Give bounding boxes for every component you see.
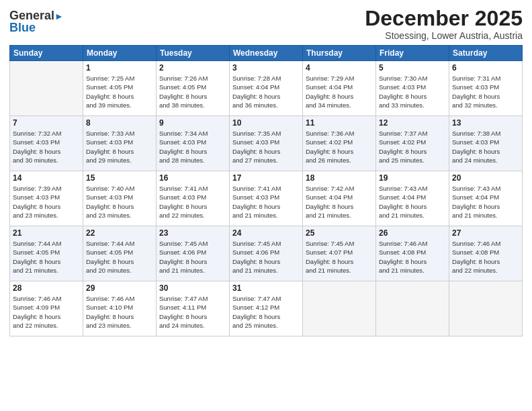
day-info: Sunrise: 7:44 AM Sunset: 4:05 PM Dayligh…	[86, 239, 153, 275]
day-info: Sunrise: 7:43 AM Sunset: 4:04 PM Dayligh…	[452, 184, 519, 220]
day-number: 16	[159, 173, 226, 183]
day-number: 19	[379, 173, 446, 183]
calendar-cell: 16Sunrise: 7:41 AM Sunset: 4:03 PM Dayli…	[157, 171, 230, 226]
calendar-week-row: 1Sunrise: 7:25 AM Sunset: 4:05 PM Daylig…	[10, 61, 523, 116]
calendar-cell: 18Sunrise: 7:42 AM Sunset: 4:04 PM Dayli…	[303, 171, 376, 226]
day-number: 29	[86, 283, 153, 293]
day-info: Sunrise: 7:38 AM Sunset: 4:03 PM Dayligh…	[452, 129, 519, 165]
calendar-cell: 17Sunrise: 7:41 AM Sunset: 4:03 PM Dayli…	[230, 171, 303, 226]
calendar-cell: 7Sunrise: 7:32 AM Sunset: 4:03 PM Daylig…	[10, 116, 83, 171]
calendar-cell: 10Sunrise: 7:35 AM Sunset: 4:03 PM Dayli…	[230, 116, 303, 171]
day-info: Sunrise: 7:39 AM Sunset: 4:03 PM Dayligh…	[13, 184, 80, 220]
day-info: Sunrise: 7:47 AM Sunset: 4:11 PM Dayligh…	[159, 294, 226, 330]
month-title: December 2025	[365, 7, 523, 30]
day-number: 11	[306, 118, 373, 128]
day-number: 3	[232, 63, 300, 73]
calendar-cell	[303, 281, 376, 336]
calendar-cell: 3Sunrise: 7:28 AM Sunset: 4:04 PM Daylig…	[230, 61, 303, 116]
day-info: Sunrise: 7:31 AM Sunset: 4:03 PM Dayligh…	[452, 74, 519, 109]
day-number: 15	[86, 173, 153, 183]
day-number: 6	[452, 63, 519, 73]
day-info: Sunrise: 7:42 AM Sunset: 4:04 PM Dayligh…	[306, 184, 373, 220]
calendar-cell: 15Sunrise: 7:40 AM Sunset: 4:03 PM Dayli…	[83, 171, 157, 226]
day-number: 8	[86, 118, 153, 128]
day-info: Sunrise: 7:47 AM Sunset: 4:12 PM Dayligh…	[232, 294, 300, 330]
day-info: Sunrise: 7:30 AM Sunset: 4:03 PM Dayligh…	[379, 74, 446, 109]
day-info: Sunrise: 7:43 AM Sunset: 4:04 PM Dayligh…	[379, 184, 446, 220]
calendar-cell: 31Sunrise: 7:47 AM Sunset: 4:12 PM Dayli…	[230, 281, 303, 336]
calendar-cell: 21Sunrise: 7:44 AM Sunset: 4:05 PM Dayli…	[10, 226, 83, 281]
day-info: Sunrise: 7:25 AM Sunset: 4:05 PM Dayligh…	[86, 74, 153, 109]
location-subtitle: Stoessing, Lower Austria, Austria	[365, 30, 523, 41]
calendar-cell: 4Sunrise: 7:29 AM Sunset: 4:04 PM Daylig…	[303, 61, 376, 116]
calendar-cell: 20Sunrise: 7:43 AM Sunset: 4:04 PM Dayli…	[449, 171, 523, 226]
day-number: 1	[86, 63, 153, 73]
calendar-cell: 12Sunrise: 7:37 AM Sunset: 4:02 PM Dayli…	[376, 116, 449, 171]
calendar-cell: 25Sunrise: 7:45 AM Sunset: 4:07 PM Dayli…	[303, 226, 376, 281]
weekday-header: Friday	[376, 46, 449, 61]
day-number: 4	[306, 63, 373, 73]
calendar-cell: 22Sunrise: 7:44 AM Sunset: 4:05 PM Dayli…	[83, 226, 157, 281]
day-info: Sunrise: 7:46 AM Sunset: 4:08 PM Dayligh…	[452, 239, 519, 275]
day-info: Sunrise: 7:35 AM Sunset: 4:03 PM Dayligh…	[232, 129, 300, 165]
calendar-cell: 26Sunrise: 7:46 AM Sunset: 4:08 PM Dayli…	[376, 226, 449, 281]
day-number: 31	[232, 283, 300, 293]
title-block: December 2025 Stoessing, Lower Austria, …	[365, 7, 523, 41]
calendar-cell: 29Sunrise: 7:46 AM Sunset: 4:10 PM Dayli…	[83, 281, 157, 336]
day-number: 23	[159, 228, 226, 238]
calendar-cell: 30Sunrise: 7:47 AM Sunset: 4:11 PM Dayli…	[157, 281, 230, 336]
header: General► Blue December 2025 Stoessing, L…	[9, 7, 523, 41]
day-info: Sunrise: 7:28 AM Sunset: 4:04 PM Dayligh…	[232, 74, 300, 109]
calendar-cell: 5Sunrise: 7:30 AM Sunset: 4:03 PM Daylig…	[376, 61, 449, 116]
calendar-week-row: 14Sunrise: 7:39 AM Sunset: 4:03 PM Dayli…	[10, 171, 523, 226]
day-info: Sunrise: 7:46 AM Sunset: 4:08 PM Dayligh…	[379, 239, 446, 275]
calendar-cell: 24Sunrise: 7:45 AM Sunset: 4:06 PM Dayli…	[230, 226, 303, 281]
weekday-header: Sunday	[10, 46, 83, 61]
calendar-cell	[449, 281, 523, 336]
calendar-week-row: 28Sunrise: 7:46 AM Sunset: 4:09 PM Dayli…	[10, 281, 523, 336]
day-number: 27	[452, 228, 519, 238]
day-number: 10	[232, 118, 300, 128]
day-number: 14	[13, 173, 80, 183]
day-number: 24	[232, 228, 300, 238]
day-info: Sunrise: 7:37 AM Sunset: 4:02 PM Dayligh…	[379, 129, 446, 165]
day-number: 9	[159, 118, 226, 128]
calendar-cell: 19Sunrise: 7:43 AM Sunset: 4:04 PM Dayli…	[376, 171, 449, 226]
calendar-cell: 23Sunrise: 7:45 AM Sunset: 4:06 PM Dayli…	[157, 226, 230, 281]
day-info: Sunrise: 7:45 AM Sunset: 4:07 PM Dayligh…	[306, 239, 373, 275]
day-info: Sunrise: 7:41 AM Sunset: 4:03 PM Dayligh…	[232, 184, 300, 220]
day-info: Sunrise: 7:41 AM Sunset: 4:03 PM Dayligh…	[159, 184, 226, 220]
day-info: Sunrise: 7:45 AM Sunset: 4:06 PM Dayligh…	[232, 239, 300, 275]
weekday-header: Thursday	[303, 46, 376, 61]
calendar-cell: 14Sunrise: 7:39 AM Sunset: 4:03 PM Dayli…	[10, 171, 83, 226]
weekday-header: Saturday	[449, 46, 523, 61]
calendar-cell: 8Sunrise: 7:33 AM Sunset: 4:03 PM Daylig…	[83, 116, 157, 171]
logo-blue: Blue	[9, 21, 36, 34]
day-info: Sunrise: 7:44 AM Sunset: 4:05 PM Dayligh…	[13, 239, 80, 275]
day-number: 20	[452, 173, 519, 183]
calendar-cell: 6Sunrise: 7:31 AM Sunset: 4:03 PM Daylig…	[449, 61, 523, 116]
calendar-cell: 28Sunrise: 7:46 AM Sunset: 4:09 PM Dayli…	[10, 281, 83, 336]
day-number: 22	[86, 228, 153, 238]
calendar-page: General► Blue December 2025 Stoessing, L…	[0, 0, 532, 411]
calendar-cell: 9Sunrise: 7:34 AM Sunset: 4:03 PM Daylig…	[157, 116, 230, 171]
day-info: Sunrise: 7:26 AM Sunset: 4:05 PM Dayligh…	[159, 74, 226, 109]
day-number: 17	[232, 173, 300, 183]
calendar-week-row: 7Sunrise: 7:32 AM Sunset: 4:03 PM Daylig…	[10, 116, 523, 171]
weekday-header: Monday	[83, 46, 157, 61]
calendar-cell: 2Sunrise: 7:26 AM Sunset: 4:05 PM Daylig…	[157, 61, 230, 116]
calendar-cell: 27Sunrise: 7:46 AM Sunset: 4:08 PM Dayli…	[449, 226, 523, 281]
day-info: Sunrise: 7:45 AM Sunset: 4:06 PM Dayligh…	[159, 239, 226, 275]
day-number: 25	[306, 228, 373, 238]
day-number: 5	[379, 63, 446, 73]
day-number: 2	[159, 63, 226, 73]
day-info: Sunrise: 7:29 AM Sunset: 4:04 PM Dayligh…	[306, 74, 373, 109]
day-info: Sunrise: 7:34 AM Sunset: 4:03 PM Dayligh…	[159, 129, 226, 165]
calendar-week-row: 21Sunrise: 7:44 AM Sunset: 4:05 PM Dayli…	[10, 226, 523, 281]
calendar-header-row: SundayMondayTuesdayWednesdayThursdayFrid…	[10, 46, 523, 61]
day-number: 21	[13, 228, 80, 238]
day-number: 26	[379, 228, 446, 238]
logo: General► Blue	[9, 9, 64, 34]
weekday-header: Wednesday	[230, 46, 303, 61]
day-number: 13	[452, 118, 519, 128]
